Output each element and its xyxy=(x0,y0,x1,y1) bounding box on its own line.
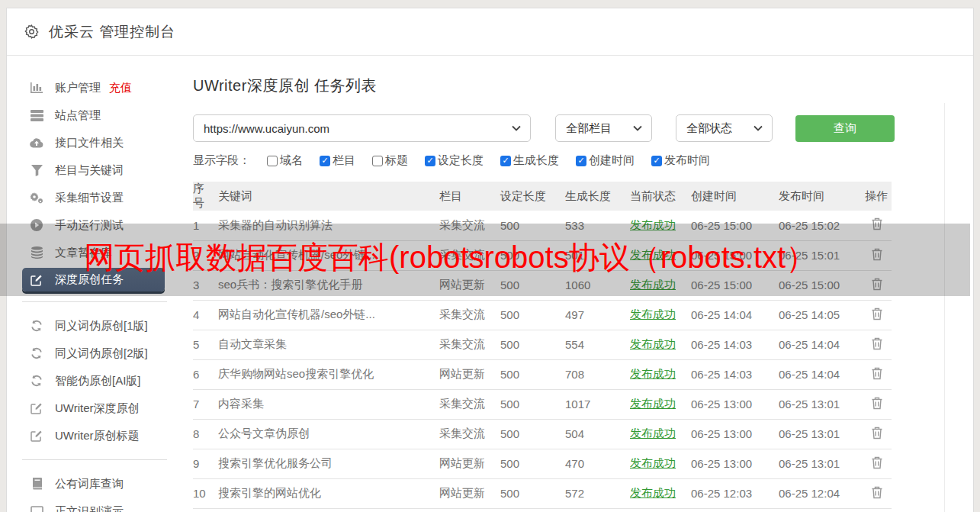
status-link[interactable]: 发布成功 xyxy=(630,337,676,350)
sidebar-item-label: 账户管理 xyxy=(55,81,101,95)
sidebar-item-columns-keywords[interactable]: 栏目与关键词 xyxy=(7,156,167,184)
cell-column: 采集交流 xyxy=(439,240,500,270)
cell-gen-length: 501 xyxy=(565,240,630,270)
cell-column: 采集交流 xyxy=(439,330,500,359)
cell-set-length: 500 xyxy=(500,270,565,300)
status-link[interactable]: 发布成功 xyxy=(630,367,676,380)
status-link[interactable]: 发布成功 xyxy=(630,218,676,231)
status-link[interactable]: 发布成功 xyxy=(630,427,676,440)
status-select[interactable]: 全部状态 xyxy=(676,114,773,142)
sidebar-item-content-recognition[interactable]: 正文识别演示 xyxy=(7,498,167,512)
sidebar-item-synonym-v2[interactable]: 同义词伪原创[2版] xyxy=(7,340,167,367)
cell-gen-length: 533 xyxy=(565,211,630,240)
edit-icon xyxy=(30,274,43,286)
cell-status: 发布成功 xyxy=(630,359,691,389)
delete-button[interactable] xyxy=(869,216,885,234)
status-link[interactable]: 发布成功 xyxy=(630,278,676,291)
delete-button[interactable] xyxy=(869,395,885,414)
checkbox-unchecked[interactable] xyxy=(267,156,278,166)
table-row: 8 公众号文章伪原创 采集交流 500 504 发布成功 06-25 13:00… xyxy=(193,419,892,449)
cell-published: 06-25 14:04 xyxy=(779,330,865,359)
cell-created: 06-25 13:00 xyxy=(691,449,779,478)
delete-button[interactable] xyxy=(869,425,885,443)
cell-status: 发布成功 xyxy=(630,478,691,508)
filter-bar: https://www.ucaiyun.com 全部栏目 全部状态 xyxy=(193,114,973,142)
field-checkbox-published[interactable]: ✓ 发布时间 xyxy=(651,153,710,168)
cell-status: 发布成功 xyxy=(630,330,691,359)
field-checkbox-domain[interactable]: 域名 xyxy=(267,153,303,168)
status-link[interactable]: 发布成功 xyxy=(630,397,676,410)
header-status: 当前状态 xyxy=(630,182,691,211)
table-row: 1 采集器的自动识别算法 采集交流 500 533 发布成功 06-25 15:… xyxy=(193,211,892,240)
cell-actions xyxy=(865,419,892,449)
trash-icon xyxy=(871,308,883,320)
cell-gen-length: 497 xyxy=(565,300,630,330)
cell-status: 发布成功 xyxy=(630,240,691,270)
field-checkbox-gen-length[interactable]: ✓ 生成长度 xyxy=(500,153,559,168)
site-select[interactable]: https://www.ucaiyun.com xyxy=(193,114,531,142)
display-fields-label: 显示字段： xyxy=(193,153,250,168)
sidebar-item-interface-files[interactable]: 接口文件相关 xyxy=(7,129,167,156)
delete-button[interactable] xyxy=(869,246,885,265)
filter-icon xyxy=(30,165,43,176)
field-checkbox-created[interactable]: ✓ 创建时间 xyxy=(576,153,635,168)
cell-published: 06-25 13:01 xyxy=(779,449,865,478)
recharge-badge[interactable]: 充值 xyxy=(109,81,132,95)
sidebar-item-article-store[interactable]: 文章暂存库 xyxy=(7,239,167,266)
app-title: 优采云 管理控制台 xyxy=(49,22,175,42)
cell-set-length: 500 xyxy=(500,300,565,330)
sidebar-item-deep-original-tasks[interactable]: 深度原创任务 xyxy=(22,268,165,291)
delete-button[interactable] xyxy=(869,485,885,503)
trash-icon xyxy=(871,397,883,410)
sidebar-divider xyxy=(22,459,167,460)
sidebar-item-label: 深度原创任务 xyxy=(55,272,124,287)
status-link[interactable]: 发布成功 xyxy=(630,456,676,469)
field-checkbox-column[interactable]: ✓ 栏目 xyxy=(320,153,355,168)
field-checkbox-set-length[interactable]: ✓ 设定长度 xyxy=(425,153,484,168)
sidebar-item-uwriter-deep[interactable]: UWriter深度原创 xyxy=(7,394,167,422)
status-link[interactable]: 发布成功 xyxy=(630,308,676,320)
field-checkbox-title[interactable]: 标题 xyxy=(372,153,408,168)
table-row: 5 自动文章采集 采集交流 500 554 发布成功 06-25 14:03 0… xyxy=(193,330,892,359)
checkbox-checked[interactable]: ✓ xyxy=(500,156,511,166)
chevron-down-icon xyxy=(753,125,763,131)
cell-gen-length: 572 xyxy=(565,478,630,508)
sidebar-item-uwriter-title[interactable]: UWriter原创标题 xyxy=(7,422,167,449)
delete-button[interactable] xyxy=(869,306,885,324)
cell-no: 9 xyxy=(193,449,218,478)
status-link[interactable]: 发布成功 xyxy=(630,248,676,261)
trash-icon xyxy=(871,486,883,499)
delete-button[interactable] xyxy=(869,336,885,354)
sidebar-item-public-thesaurus[interactable]: 公有词库查询 xyxy=(7,470,167,498)
table-row: 6 庆华购物网站seo搜索引擎优化 网站更新 500 708 发布成功 06-2… xyxy=(193,359,892,389)
sidebar-item-account[interactable]: 账户管理 充值 xyxy=(7,74,167,101)
delete-button[interactable] xyxy=(869,365,885,384)
checkbox-checked[interactable]: ✓ xyxy=(425,156,435,166)
sidebar-item-ai-rewrite[interactable]: 智能伪原创[AI版] xyxy=(7,367,167,394)
cell-no: 6 xyxy=(193,359,218,389)
cell-set-length: 500 xyxy=(500,359,565,389)
checkbox-unchecked[interactable] xyxy=(372,156,383,166)
sidebar-item-sites[interactable]: 站点管理 xyxy=(7,101,167,129)
checkbox-checked[interactable]: ✓ xyxy=(651,156,662,166)
cell-published: 06-25 15:00 xyxy=(779,270,865,300)
trash-icon xyxy=(871,427,883,440)
cell-no: 4 xyxy=(193,300,218,330)
cell-gen-length: 708 xyxy=(565,359,630,389)
sidebar-item-label: 采集细节设置 xyxy=(55,191,124,205)
delete-button[interactable] xyxy=(869,276,885,295)
sidebar-item-manual-run[interactable]: 手动运行测试 xyxy=(7,211,167,239)
cell-status: 发布成功 xyxy=(630,389,691,419)
sidebar-item-collect-settings[interactable]: 采集细节设置 xyxy=(7,184,167,211)
column-select[interactable]: 全部栏目 xyxy=(555,114,652,142)
checkbox-checked[interactable]: ✓ xyxy=(320,156,330,166)
status-link[interactable]: 发布成功 xyxy=(630,486,676,499)
cloud-upload-icon xyxy=(30,137,43,148)
delete-button[interactable] xyxy=(869,455,885,473)
checkbox-checked[interactable]: ✓ xyxy=(576,156,586,166)
query-button[interactable]: 查询 xyxy=(795,115,895,142)
cell-column: 网站更新 xyxy=(439,478,500,508)
cell-created: 06-25 15:00 xyxy=(691,270,779,300)
sidebar-item-synonym-v1[interactable]: 同义词伪原创[1版] xyxy=(7,312,167,340)
cell-column: 采集交流 xyxy=(439,300,500,330)
